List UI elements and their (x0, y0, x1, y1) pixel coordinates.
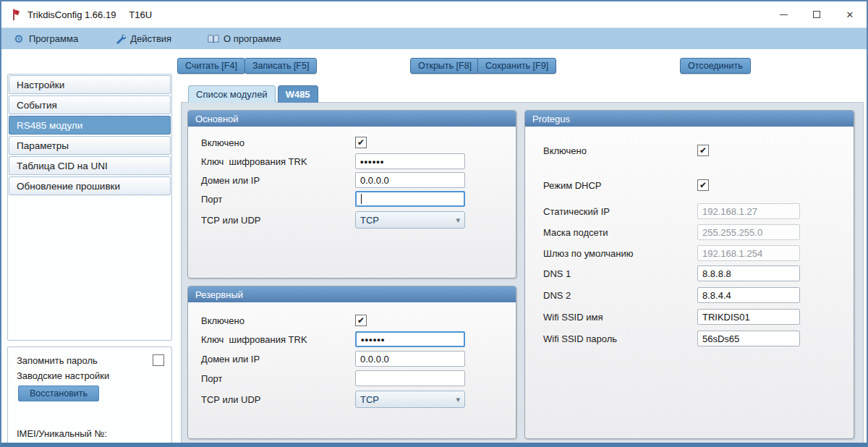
backup-key-input[interactable] (355, 331, 465, 347)
backup-protocol-select[interactable]: TCP ▾ (355, 391, 465, 408)
sidebar-item-settings[interactable]: Настройки (9, 75, 171, 94)
protegus-gateway-label: Шлюз по умолчанию (543, 248, 697, 259)
sidebar-item-events[interactable]: События (9, 95, 171, 114)
sidebar-item-rs485-modules[interactable]: RS485 модули (9, 116, 171, 135)
window-device: T16U (129, 9, 152, 20)
text-caret (361, 194, 362, 204)
menubar: ⚙ Программа Действия О программе (1, 27, 867, 49)
protegus-ssid-password-label: Wifi SSID пароль (543, 333, 697, 344)
menu-program[interactable]: ⚙ Программа (10, 31, 81, 47)
menu-about-label: О программе (224, 33, 281, 44)
protegus-ssid-label: Wifi SSID имя (543, 312, 697, 323)
menu-actions-label: Действия (130, 33, 171, 44)
minimize-icon[interactable] (767, 1, 800, 27)
tab-w485[interactable]: W485 (278, 85, 318, 103)
protegus-dns1-input[interactable] (697, 265, 800, 281)
protegus-dns2-label: DNS 2 (543, 290, 697, 301)
protegus-dns1-label: DNS 1 (543, 268, 697, 279)
protegus-dns2-input[interactable] (697, 287, 800, 303)
group-primary: Основной Включено ✔ Ключ шифрования TRK … (187, 110, 516, 278)
primary-enabled-checkbox[interactable]: ✔ (355, 137, 367, 148)
backup-key-label: Ключ шифрования TRK (201, 334, 355, 345)
disconnect-button[interactable]: Отсоединить (680, 58, 751, 74)
restore-button[interactable]: Восстановить (18, 386, 99, 401)
save-button[interactable]: Сохранить [F9] (477, 58, 556, 74)
tab-bar: Список модулей W485 (188, 85, 318, 103)
backup-port-label: Порт (201, 373, 355, 384)
backup-port-input[interactable] (355, 370, 465, 386)
remember-password-checkbox[interactable] (153, 354, 164, 366)
gear-icon: ⚙ (13, 33, 25, 45)
protegus-subnet-label: Маска подсети (543, 227, 697, 238)
sidebar-bottom-panel: Запомнить пароль Заводские настройки Вос… (7, 346, 172, 444)
wrench-icon (114, 33, 126, 45)
protegus-subnet-input (697, 224, 800, 240)
sidebar-item-cid-table[interactable]: Таблица CID на UNI (9, 156, 171, 175)
chevron-down-icon: ▾ (456, 216, 460, 225)
remember-password-label: Запомнить пароль (17, 355, 98, 366)
imei-label: IMEI/Уникальный №: (17, 428, 107, 439)
group-protegus: Protegus Включено ✔ Режим DHCP ✔ Статиче… (524, 110, 854, 439)
app-window: TrikdisConfig 1.66.19 T16U ✕ ⚙ Программа… (0, 0, 868, 447)
book-icon (208, 33, 219, 45)
group-primary-header: Основной (188, 111, 516, 127)
primary-enabled-label: Включено (201, 137, 355, 148)
app-logo-icon (10, 8, 22, 21)
primary-domain-input[interactable] (355, 172, 465, 188)
primary-domain-label: Домен или IP (201, 175, 355, 186)
chevron-down-icon: ▾ (456, 395, 460, 404)
protegus-ssid-input[interactable] (697, 309, 800, 325)
backup-enabled-checkbox[interactable]: ✔ (355, 315, 367, 326)
primary-key-label: Ключ шифрования TRK (201, 156, 355, 167)
tab-module-list[interactable]: Список модулей (188, 85, 276, 103)
backup-domain-label: Домен или IP (201, 354, 355, 365)
menu-about[interactable]: О программе (205, 31, 284, 47)
primary-port-label: Порт (201, 194, 355, 205)
sidebar-item-parameters[interactable]: Параметры (9, 136, 171, 155)
primary-protocol-label: TCP или UDP (201, 215, 355, 226)
open-button[interactable]: Открыть [F8] (410, 58, 480, 74)
protegus-enabled-label: Включено (543, 145, 697, 156)
group-backup: Резервный Включено ✔ Ключ шифрования TRK… (187, 286, 516, 439)
primary-key-input[interactable] (355, 153, 465, 169)
backup-domain-input[interactable] (355, 351, 465, 367)
sidebar: Настройки События RS485 модули Параметры… (7, 74, 172, 341)
protegus-static-ip-input (697, 203, 800, 219)
protegus-dhcp-checkbox[interactable]: ✔ (697, 179, 709, 191)
window-title: TrikdisConfig 1.66.19 (27, 9, 116, 20)
write-button[interactable]: Записать [F5] (244, 58, 317, 74)
factory-settings-label: Заводские настройки (17, 370, 109, 381)
backup-protocol-label: TCP или UDP (201, 394, 355, 405)
read-button[interactable]: Считать [F4] (177, 58, 245, 74)
protegus-static-ip-label: Статический IP (543, 206, 697, 217)
protegus-dhcp-label: Режим DHCP (543, 180, 697, 191)
protegus-enabled-checkbox[interactable]: ✔ (697, 145, 709, 156)
primary-port-input[interactable] (355, 191, 465, 207)
maximize-icon[interactable] (800, 1, 833, 27)
menu-actions[interactable]: Действия (111, 31, 174, 47)
group-protegus-header: Protegus (525, 111, 854, 127)
close-icon[interactable]: ✕ (833, 1, 867, 27)
group-backup-header: Резервный (188, 286, 516, 302)
sidebar-item-firmware-update[interactable]: Обновление прошивки (9, 176, 171, 195)
primary-protocol-select[interactable]: TCP ▾ (355, 211, 465, 229)
titlebar: TrikdisConfig 1.66.19 T16U ✕ (1, 1, 867, 27)
backup-enabled-label: Включено (201, 315, 355, 326)
protegus-gateway-input (697, 245, 800, 261)
protegus-ssid-password-input[interactable] (697, 331, 800, 346)
menu-program-label: Программа (29, 33, 78, 44)
